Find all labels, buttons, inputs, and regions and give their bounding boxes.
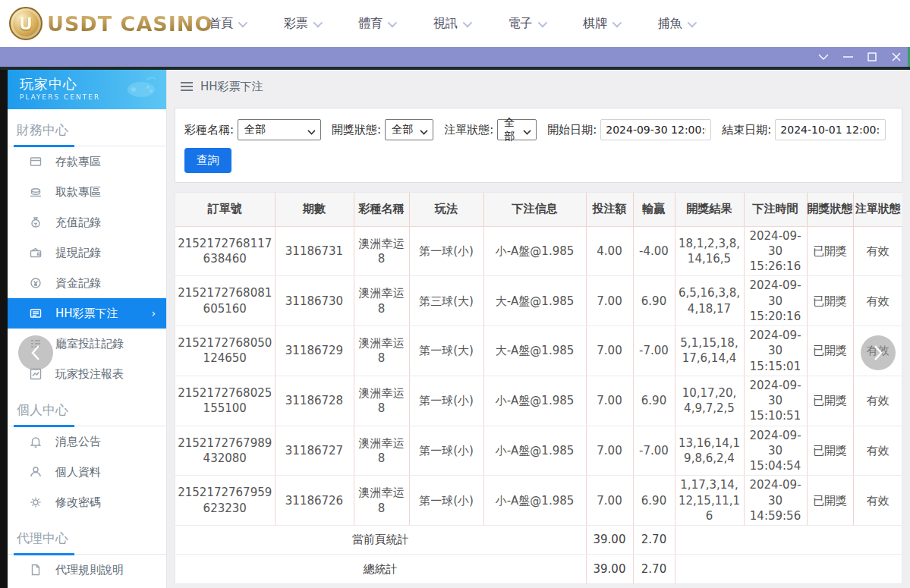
cell-order-status: 有效 (853, 376, 902, 426)
summary-winloss-total: 2.70 (633, 526, 675, 555)
summary-label: 當前頁統計 (175, 526, 586, 555)
sidebar-item-fund-records[interactable]: 資金記錄 (8, 268, 166, 298)
cell-bet-info: 大-A盤@1.985 (483, 326, 586, 376)
cell-lottery: 澳洲幸运8 (354, 426, 409, 476)
cell-bet-time: 2024-09-30 15:10:51 (744, 376, 807, 426)
table-row: 2152172768050124650 31186729 澳洲幸运8 第一球(大… (175, 326, 902, 376)
cell-draw-result: 10,17,20,4,9,7,2,5 (675, 376, 744, 426)
cell-order-no: 2152172768117638460 (175, 226, 275, 276)
sidebar-item-profile[interactable]: 個人資料 (8, 457, 166, 487)
nav-item-egames[interactable]: 電子 (509, 16, 545, 32)
cell-play: 第一球(小) (409, 376, 483, 426)
cell-order-status: 有效 (853, 276, 902, 326)
funds-icon (29, 277, 43, 289)
nav-label: 彩票 (284, 16, 308, 32)
cell-play: 第一球(小) (409, 226, 483, 276)
start-date-label: 開始日期: (547, 123, 597, 137)
cell-period: 31186727 (275, 426, 354, 476)
end-date-input[interactable] (775, 119, 886, 140)
sidebar-item-label: 代理規則說明 (55, 563, 124, 577)
cell-bet-info: 小-A盤@1.985 (483, 226, 586, 276)
start-date-input[interactable] (600, 119, 711, 140)
cell-draw-status: 已開獎 (807, 226, 853, 276)
selected-value: 全部 (504, 116, 521, 143)
cell-draw-result: 6,5,16,3,8,4,18,17 (675, 276, 744, 326)
cell-lottery: 澳洲幸运8 (354, 476, 409, 526)
nav-item-home[interactable]: 首頁 (209, 16, 245, 32)
nav-item-fishing[interactable]: 捕魚 (658, 16, 694, 32)
sidebar-item-withdraw[interactable]: 取款專區 (8, 177, 166, 207)
sidebar-item-label: 廳室投註記錄 (55, 337, 124, 351)
lottery-name-select[interactable]: 全部 (238, 119, 321, 140)
table-header-row: 訂單號 期數 彩種名稱 玩法 下注信息 投注額 輸贏 開獎結果 下注時間 開獎狀… (175, 193, 902, 226)
cell-winloss: -7.00 (633, 326, 675, 376)
table-row: 2152172768117638460 31186731 澳洲幸运8 第一球(小… (175, 226, 902, 276)
search-button[interactable]: 查詢 (184, 148, 231, 173)
cell-bet-time: 2024-09-30 14:59:56 (744, 476, 807, 526)
cell-draw-status: 已開獎 (807, 426, 853, 476)
main-content: HH彩票下注 彩種名稱: 全部 開獎狀態: 全部 注單狀態: 全部 開始日期: … (167, 70, 910, 588)
col-header: 輸贏 (633, 193, 675, 226)
maximize-icon[interactable] (864, 50, 880, 64)
bell-icon (29, 435, 43, 448)
logo[interactable]: U USDT CASINO (9, 7, 213, 40)
chevron-down-icon (388, 17, 398, 27)
nav-item-lottery[interactable]: 彩票 (284, 16, 320, 32)
nav-label: 棋牌 (583, 16, 607, 32)
cell-period: 31186726 (275, 476, 354, 526)
summary-bet-total: 39.00 (586, 526, 633, 555)
cell-draw-status: 已開獎 (807, 476, 853, 526)
expand-panel-button[interactable] (861, 335, 896, 370)
collapse-icon[interactable] (816, 50, 831, 64)
sidebar-item-label: 玩家投注報表 (55, 367, 124, 382)
sidebar-item-recharge-records[interactable]: 充值記錄 (8, 207, 166, 237)
nav-item-cards[interactable]: 棋牌 (583, 16, 619, 32)
sidebar-item-hh-lottery-bets[interactable]: HH彩票下注 › (8, 298, 166, 329)
cell-bet-info: 小-A盤@1.985 (483, 376, 586, 426)
cell-period: 31186730 (275, 276, 354, 326)
sidebar-item-change-password[interactable]: 修改密碼 (8, 487, 166, 517)
collapse-sidebar-button[interactable] (18, 335, 53, 370)
cell-bet-amount: 4.00 (586, 226, 633, 276)
cell-winloss: -4.00 (633, 226, 675, 276)
hamburger-menu-icon[interactable] (181, 82, 193, 91)
cell-bet-time: 2024-09-30 15:15:01 (744, 326, 807, 376)
grand-summary-row: 總統計 39.00 2.70 (175, 555, 902, 583)
cell-order-status: 有效 (853, 426, 902, 476)
nav-item-video[interactable]: 視訊 (433, 16, 470, 32)
draw-status-select[interactable]: 全部 (385, 119, 433, 140)
bets-table-panel: 訂單號 期數 彩種名稱 玩法 下注信息 投注額 輸贏 開獎結果 下注時間 開獎狀… (175, 192, 902, 584)
cell-period: 31186728 (275, 376, 354, 426)
cell-lottery: 澳洲幸运8 (354, 326, 409, 376)
cell-winloss: 6.90 (633, 476, 675, 526)
gamepad-icon (124, 74, 159, 103)
order-status-select[interactable]: 全部 (497, 119, 537, 140)
cell-bet-time: 2024-09-30 15:26:16 (744, 226, 807, 276)
bets-table: 訂單號 期數 彩種名稱 玩法 下注信息 投注額 輸贏 開獎結果 下注時間 開獎狀… (175, 193, 902, 583)
sidebar-item-withdrawal-records[interactable]: 提現記錄 (8, 237, 166, 268)
cell-order-status: 有效 (853, 476, 902, 526)
chevron-left-icon (30, 344, 41, 361)
cell-lottery: 澳洲幸运8 (354, 226, 409, 276)
breadcrumb: HH彩票下注 (167, 70, 910, 103)
cell-bet-amount: 7.00 (586, 326, 633, 376)
cell-play: 第一球(小) (409, 426, 483, 476)
sidebar-item-deposit[interactable]: 存款專區 (8, 146, 166, 177)
sidebar-item-agent-rules[interactable]: 代理規則說明 (8, 555, 166, 585)
sidebar-item-announcements[interactable]: 消息公告 (8, 426, 166, 457)
nav-item-sports[interactable]: 體育 (358, 16, 395, 32)
minimize-icon[interactable] (840, 50, 855, 64)
cell-bet-amount: 7.00 (586, 426, 633, 476)
sidebar-item-label: 取款專區 (55, 185, 101, 200)
order-status-label: 注單狀態: (444, 123, 493, 137)
cell-period: 31186729 (275, 326, 354, 376)
cell-order-no: 2152172768081605160 (175, 276, 275, 326)
app-window: U USDT CASINO 首頁 彩票 體育 視訊 電子 棋牌 捕魚 玩家中心 (0, 0, 910, 588)
chevron-down-icon (313, 17, 323, 27)
chevron-right-icon: › (151, 307, 156, 319)
chevron-down-icon (612, 17, 622, 27)
cell-order-status: 有效 (853, 226, 902, 276)
nav-label: 體育 (358, 16, 383, 32)
close-icon[interactable] (889, 50, 904, 64)
sidebar-header: 玩家中心 PLAYERS CENTER (8, 70, 166, 109)
